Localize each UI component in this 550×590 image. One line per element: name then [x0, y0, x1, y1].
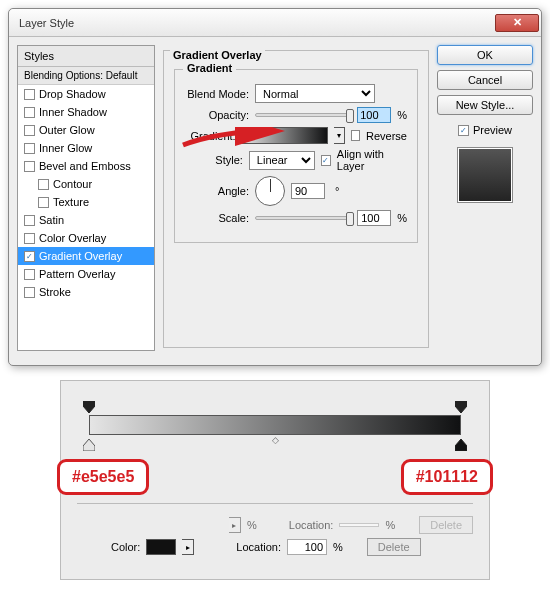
gradient-dropdown-icon[interactable]: ▾ [334, 127, 345, 144]
style-select[interactable]: Linear [249, 151, 315, 170]
angle-input[interactable] [291, 183, 325, 199]
degree-label: ° [335, 185, 339, 197]
style-checkbox[interactable] [24, 215, 35, 226]
style-checkbox[interactable] [24, 89, 35, 100]
hex-annotation-left: #e5e5e5 [57, 459, 149, 495]
angle-label: Angle: [185, 185, 249, 197]
opacity-input[interactable] [357, 107, 391, 123]
gradient-ramp[interactable] [89, 415, 461, 435]
style-item-label: Inner Glow [39, 142, 92, 154]
align-checkbox[interactable]: ✓ [321, 155, 331, 166]
style-item-gradient-overlay[interactable]: ✓Gradient Overlay [18, 247, 154, 265]
preview-checkbox[interactable]: ✓ [458, 125, 469, 136]
style-checkbox[interactable] [24, 233, 35, 244]
color-stop-right[interactable] [455, 439, 467, 451]
percent-label: % [397, 212, 407, 224]
opacity-slider[interactable] [255, 113, 351, 117]
style-item-pattern-overlay[interactable]: Pattern Overlay [18, 265, 154, 283]
opacity-location-field [339, 523, 379, 527]
style-checkbox[interactable] [24, 269, 35, 280]
styles-panel: Styles Blending Options: Default Drop Sh… [17, 45, 155, 351]
scale-slider[interactable] [255, 216, 351, 220]
style-item-label: Drop Shadow [39, 88, 106, 100]
style-item-contour[interactable]: Contour [18, 175, 154, 193]
preview-label: Preview [473, 124, 512, 136]
cancel-button[interactable]: Cancel [437, 70, 533, 90]
reverse-label: Reverse [366, 130, 407, 142]
button-column: OK Cancel New Style... ✓ Preview [437, 45, 533, 351]
hex-annotation-right: #101112 [401, 459, 493, 495]
percent-label: % [397, 109, 407, 121]
style-checkbox[interactable]: ✓ [24, 251, 35, 262]
gradient-label: Gradient: [185, 130, 236, 142]
subgroup-title: Gradient [183, 62, 236, 74]
angle-dial[interactable] [255, 176, 285, 206]
style-item-satin[interactable]: Satin [18, 211, 154, 229]
style-checkbox[interactable] [38, 197, 49, 208]
style-item-label: Outer Glow [39, 124, 95, 136]
style-item-label: Pattern Overlay [39, 268, 115, 280]
style-checkbox[interactable] [24, 287, 35, 298]
style-item-label: Satin [39, 214, 64, 226]
opacity-stop-left[interactable] [83, 401, 95, 413]
style-item-label: Color Overlay [39, 232, 106, 244]
close-button[interactable]: ✕ [495, 14, 539, 32]
style-item-label: Contour [53, 178, 92, 190]
style-item-outer-glow[interactable]: Outer Glow [18, 121, 154, 139]
window-title: Layer Style [19, 17, 495, 29]
group-title: Gradient Overlay [170, 49, 265, 61]
midpoint-icon[interactable]: ◇ [272, 435, 279, 445]
style-item-label: Bevel and Emboss [39, 160, 131, 172]
style-item-texture[interactable]: Texture [18, 193, 154, 211]
style-item-drop-shadow[interactable]: Drop Shadow [18, 85, 154, 103]
style-item-inner-shadow[interactable]: Inner Shadow [18, 103, 154, 121]
style-item-label: Stroke [39, 286, 71, 298]
color-arrow-icon[interactable]: ▸ [182, 539, 194, 555]
location-label: Location: [236, 541, 281, 553]
style-item-label: Inner Shadow [39, 106, 107, 118]
style-item-label: Gradient Overlay [39, 250, 122, 262]
style-item-stroke[interactable]: Stroke [18, 283, 154, 301]
settings-area: Gradient Overlay Gradient Blend Mode: No… [163, 45, 429, 351]
scale-label: Scale: [185, 212, 249, 224]
styles-header[interactable]: Styles [18, 46, 154, 67]
reverse-checkbox[interactable] [351, 130, 360, 141]
style-item-color-overlay[interactable]: Color Overlay [18, 229, 154, 247]
opacity-stop-right[interactable] [455, 401, 467, 413]
style-checkbox[interactable] [24, 143, 35, 154]
new-style-button[interactable]: New Style... [437, 95, 533, 115]
opacity-label: Opacity: [185, 109, 249, 121]
ok-button[interactable]: OK [437, 45, 533, 65]
close-icon: ✕ [513, 16, 522, 29]
color-label: Color: [111, 541, 140, 553]
style-checkbox[interactable] [38, 179, 49, 190]
layer-style-dialog: Layer Style ✕ Styles Blending Options: D… [8, 8, 542, 366]
style-checkbox[interactable] [24, 125, 35, 136]
delete-opacity-stop-button: Delete [419, 516, 473, 534]
delete-color-stop-button[interactable]: Delete [367, 538, 421, 556]
blend-mode-label: Blend Mode: [185, 88, 249, 100]
style-item-inner-glow[interactable]: Inner Glow [18, 139, 154, 157]
titlebar[interactable]: Layer Style ✕ [9, 9, 541, 37]
color-location-field[interactable] [287, 539, 327, 555]
location-label: Location: [289, 519, 334, 531]
blending-options-header[interactable]: Blending Options: Default [18, 67, 154, 85]
gradient-editor-fragment: ◇ #e5e5e5 #101112 ▸ % Location: % Delete… [60, 380, 490, 580]
style-checkbox[interactable] [24, 107, 35, 118]
scale-input[interactable] [357, 210, 391, 226]
style-checkbox[interactable] [24, 161, 35, 172]
blend-mode-select[interactable]: Normal [255, 84, 375, 103]
style-label: Style: [185, 154, 243, 166]
align-label: Align with Layer [337, 148, 407, 172]
color-well[interactable] [146, 539, 176, 555]
opacity-arrow-icon: ▸ [229, 517, 241, 533]
preview-swatch [457, 147, 513, 203]
gradient-preview[interactable] [242, 127, 328, 144]
color-stop-left[interactable] [83, 439, 95, 451]
style-item-bevel-and-emboss[interactable]: Bevel and Emboss [18, 157, 154, 175]
style-item-label: Texture [53, 196, 89, 208]
